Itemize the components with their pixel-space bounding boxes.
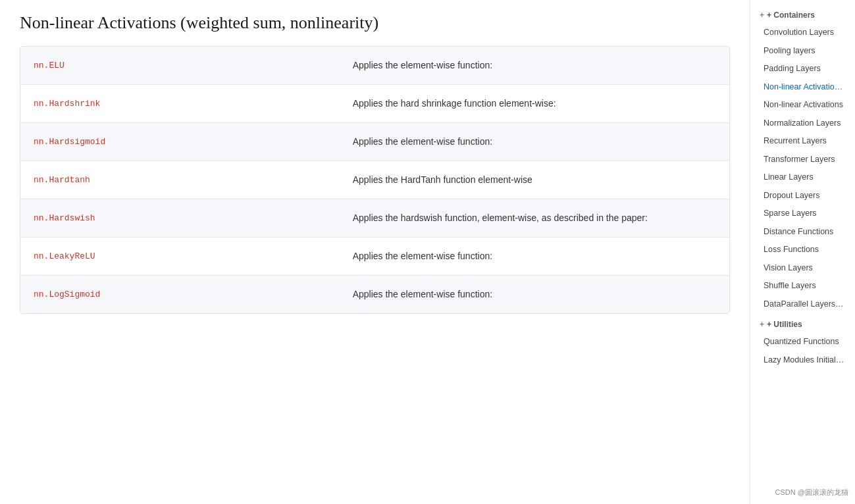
sidebar-util-item-1[interactable]: Lazy Modules Initializ… xyxy=(750,351,855,370)
desc-text-row-hardsigmoid: Applies the element-wise function: xyxy=(353,135,492,149)
col-name-row-hardshrink: nn.Hardshrink xyxy=(20,85,340,122)
main-content: Non-linear Activations (weighted sum, no… xyxy=(0,0,750,504)
table-row: nn.HardswishApplies the hardswish functi… xyxy=(20,199,729,238)
sidebar-util-item-0[interactable]: Quantized Functions xyxy=(750,333,855,351)
sidebar-item-0[interactable]: Convolution Layers xyxy=(750,24,855,42)
function-link-row-hardsigmoid[interactable]: nn.Hardsigmoid xyxy=(34,137,105,147)
containers-plus-icon: + xyxy=(760,11,764,20)
col-desc-row-hardtanh: Applies the HardTanh function element-wi… xyxy=(340,161,729,199)
desc-text-row-logsigmoid: Applies the element-wise function: xyxy=(353,288,492,301)
function-link-row-hardswish[interactable]: nn.Hardswish xyxy=(34,213,95,223)
containers-label: + Containers xyxy=(767,11,815,20)
page-title: Non-linear Activations (weighted sum, no… xyxy=(20,13,730,33)
watermark: CSDN @圆滚滚的龙猫 xyxy=(775,488,848,497)
sidebar-item-3[interactable]: Non-linear Activations… xyxy=(750,78,855,97)
table-row: nn.LogSigmoidApplies the element-wise fu… xyxy=(20,276,729,313)
sidebar-item-11[interactable]: Distance Functions xyxy=(750,223,855,241)
sidebar-item-15[interactable]: DataParallel Layers (d… xyxy=(750,295,855,314)
desc-text-row-hardshrink: Applies the hard shrinkage function elem… xyxy=(353,97,556,111)
function-link-row-hardtanh[interactable]: nn.Hardtanh xyxy=(34,175,90,185)
sidebar-items-container: Convolution LayersPooling layersPadding … xyxy=(750,24,855,313)
sidebar-item-4[interactable]: Non-linear Activations xyxy=(750,96,855,114)
table-row: nn.ELUApplies the element-wise function: xyxy=(20,47,729,85)
table-row: nn.LeakyReLUApplies the element-wise fun… xyxy=(20,238,729,276)
sidebar-item-6[interactable]: Recurrent Layers xyxy=(750,132,855,151)
table-row: nn.HardshrinkApplies the hard shrinkage … xyxy=(20,85,729,123)
sidebar-utilities-header: + + Utilities xyxy=(750,316,855,333)
sidebar-utilities-container: Quantized FunctionsLazy Modules Initiali… xyxy=(750,333,855,369)
function-link-row-hardshrink[interactable]: nn.Hardshrink xyxy=(34,99,100,109)
sidebar: + + Containers Convolution LayersPooling… xyxy=(750,0,855,504)
table-row: nn.HardtanhApplies the HardTanh function… xyxy=(20,161,729,199)
col-name-row-leakyrelu: nn.LeakyReLU xyxy=(20,238,340,275)
col-name-row-hardsigmoid: nn.Hardsigmoid xyxy=(20,123,340,161)
col-desc-row-leakyrelu: Applies the element-wise function: xyxy=(340,238,729,275)
sidebar-item-13[interactable]: Vision Layers xyxy=(750,259,855,278)
function-link-row-elu[interactable]: nn.ELU xyxy=(34,61,65,70)
function-link-row-logsigmoid[interactable]: nn.LogSigmoid xyxy=(34,290,100,299)
desc-text-row-hardtanh: Applies the HardTanh function element-wi… xyxy=(353,173,532,187)
col-name-row-hardswish: nn.Hardswish xyxy=(20,199,340,237)
sidebar-item-8[interactable]: Linear Layers xyxy=(750,168,855,187)
col-desc-row-elu: Applies the element-wise function: xyxy=(340,47,729,84)
col-name-row-elu: nn.ELU xyxy=(20,47,340,84)
sidebar-item-7[interactable]: Transformer Layers xyxy=(750,151,855,169)
sidebar-item-5[interactable]: Normalization Layers xyxy=(750,114,855,133)
utilities-plus-icon: + xyxy=(760,320,764,329)
sidebar-item-1[interactable]: Pooling layers xyxy=(750,42,855,61)
function-link-row-leakyrelu[interactable]: nn.LeakyReLU xyxy=(34,251,95,261)
desc-text-row-elu: Applies the element-wise function: xyxy=(353,59,492,72)
col-desc-row-hardswish: Applies the hardswish function, element-… xyxy=(340,199,729,237)
desc-text-row-hardswish: Applies the hardswish function, element-… xyxy=(353,211,648,225)
function-table: nn.ELUApplies the element-wise function:… xyxy=(20,46,730,314)
col-desc-row-hardsigmoid: Applies the element-wise function: xyxy=(340,123,729,161)
sidebar-item-2[interactable]: Padding Layers xyxy=(750,60,855,78)
col-desc-row-logsigmoid: Applies the element-wise function: xyxy=(340,276,729,313)
col-name-row-logsigmoid: nn.LogSigmoid xyxy=(20,276,340,313)
sidebar-item-9[interactable]: Dropout Layers xyxy=(750,187,855,205)
col-desc-row-hardshrink: Applies the hard shrinkage function elem… xyxy=(340,85,729,122)
sidebar-containers-header: + + Containers xyxy=(750,7,855,24)
sidebar-item-14[interactable]: Shuffle Layers xyxy=(750,277,855,295)
sidebar-item-10[interactable]: Sparse Layers xyxy=(750,205,855,223)
utilities-label: + Utilities xyxy=(767,320,802,329)
col-name-row-hardtanh: nn.Hardtanh xyxy=(20,161,340,199)
sidebar-item-12[interactable]: Loss Functions xyxy=(750,241,855,259)
desc-text-row-leakyrelu: Applies the element-wise function: xyxy=(353,249,492,263)
table-row: nn.HardsigmoidApplies the element-wise f… xyxy=(20,123,729,161)
